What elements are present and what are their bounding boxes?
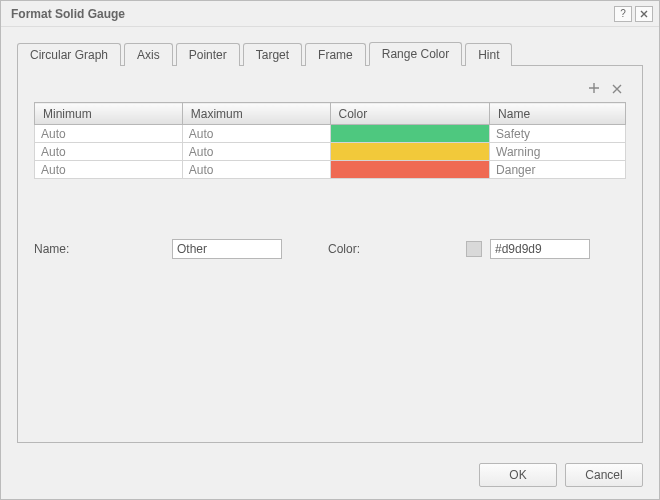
cell-maximum[interactable]: Auto	[182, 161, 330, 179]
tab-strip: Circular Graph Axis Pointer Target Frame…	[17, 41, 643, 65]
cell-color[interactable]	[330, 143, 490, 161]
other-range-form: Name: Color:	[34, 239, 626, 259]
name-input[interactable]	[172, 239, 282, 259]
table-header-row: Minimum Maximum Color Name	[35, 103, 626, 125]
dialog-footer: OK Cancel	[1, 453, 659, 499]
color-label: Color:	[328, 242, 458, 256]
cell-maximum[interactable]: Auto	[182, 143, 330, 161]
cell-name[interactable]: Warning	[490, 143, 626, 161]
table-row[interactable]: AutoAutoDanger	[35, 161, 626, 179]
ok-button[interactable]: OK	[479, 463, 557, 487]
cell-minimum[interactable]: Auto	[35, 125, 183, 143]
cell-maximum[interactable]: Auto	[182, 125, 330, 143]
col-header-maximum[interactable]: Maximum	[182, 103, 330, 125]
row-color-swatch	[331, 161, 490, 178]
remove-row-icon[interactable]	[612, 82, 622, 96]
tab-axis[interactable]: Axis	[124, 43, 173, 66]
dialog-title: Format Solid Gauge	[11, 7, 611, 21]
cell-color[interactable]	[330, 125, 490, 143]
tab-range-color[interactable]: Range Color	[369, 42, 462, 66]
tab-hint[interactable]: Hint	[465, 43, 512, 66]
tab-frame[interactable]: Frame	[305, 43, 366, 66]
col-header-name[interactable]: Name	[490, 103, 626, 125]
table-row[interactable]: AutoAutoSafety	[35, 125, 626, 143]
titlebar: Format Solid Gauge ?	[1, 1, 659, 27]
row-color-swatch	[331, 125, 490, 142]
cell-name[interactable]: Danger	[490, 161, 626, 179]
col-header-color[interactable]: Color	[330, 103, 490, 125]
cell-name[interactable]: Safety	[490, 125, 626, 143]
add-row-icon[interactable]	[588, 82, 600, 96]
row-color-swatch	[331, 143, 490, 160]
help-icon[interactable]: ?	[614, 6, 632, 22]
grid-toolbar	[34, 82, 626, 102]
col-header-minimum[interactable]: Minimum	[35, 103, 183, 125]
tab-pointer[interactable]: Pointer	[176, 43, 240, 66]
tab-circular-graph[interactable]: Circular Graph	[17, 43, 121, 66]
table-row[interactable]: AutoAutoWarning	[35, 143, 626, 161]
cell-color[interactable]	[330, 161, 490, 179]
range-color-table: Minimum Maximum Color Name AutoAutoSafet…	[34, 102, 626, 179]
cancel-button[interactable]: Cancel	[565, 463, 643, 487]
tab-target[interactable]: Target	[243, 43, 302, 66]
cell-minimum[interactable]: Auto	[35, 161, 183, 179]
close-icon[interactable]	[635, 6, 653, 22]
name-label: Name:	[34, 242, 164, 256]
dialog-content: Circular Graph Axis Pointer Target Frame…	[1, 27, 659, 453]
color-input[interactable]	[490, 239, 590, 259]
cell-minimum[interactable]: Auto	[35, 143, 183, 161]
tab-panel-range-color: Minimum Maximum Color Name AutoAutoSafet…	[17, 65, 643, 443]
color-swatch[interactable]	[466, 241, 482, 257]
dialog-format-solid-gauge: Format Solid Gauge ? Circular Graph Axis…	[0, 0, 660, 500]
